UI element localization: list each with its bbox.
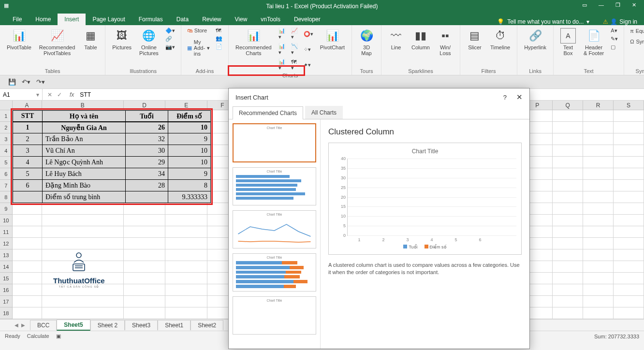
thumb-clustered-bar[interactable]: Chart Title xyxy=(233,167,316,205)
row-header[interactable]: 18 xyxy=(0,307,13,319)
spark-winloss-button[interactable]: ▪▪Win/ Loss xyxy=(436,27,455,57)
chart-preview: Clustered Column Chart Title 05101520253… xyxy=(321,119,529,349)
bar-chart-button[interactable]: 📊▾ xyxy=(278,43,286,56)
cancel-formula-icon[interactable]: ✕ xyxy=(47,91,52,98)
textbox-button[interactable]: AText Box xyxy=(558,27,578,57)
group-tours-label: Tours xyxy=(357,67,376,74)
pivottable-button[interactable]: 📊PivotTable xyxy=(5,27,33,51)
symbol-button[interactable]: Ω Symbol xyxy=(629,38,644,45)
redo-icon[interactable]: ↷▾ xyxy=(35,78,46,86)
spark-line-button[interactable]: 〰Line xyxy=(386,27,406,51)
online-pictures-button[interactable]: 🌐Online Pictures xyxy=(137,27,161,57)
save-icon[interactable]: 💾 xyxy=(7,78,17,86)
sheet-tab-sheet3[interactable]: Sheet3 xyxy=(125,320,158,330)
tab-review[interactable]: Review xyxy=(195,14,228,25)
group-links-label: Links xyxy=(522,67,548,74)
scatter-chart-button[interactable]: ⁘▾ xyxy=(303,43,314,56)
shapes-button[interactable]: 🔷▾ xyxy=(164,27,176,34)
tab-pagelayout[interactable]: Page Layout xyxy=(86,14,132,25)
sheet-tab-sheet2b[interactable]: Sheet2 xyxy=(190,320,223,330)
column-chart-button[interactable]: 📊▾ xyxy=(278,27,286,41)
pivotchart-button[interactable]: 📊PivotChart xyxy=(318,27,347,51)
tell-me-box[interactable]: 💡Tell me what you want to do...▾ xyxy=(490,18,596,25)
formula-input[interactable]: STT xyxy=(77,91,94,98)
minimize-icon[interactable]: — xyxy=(595,0,608,10)
pie-chart-button[interactable]: ⭕▾ xyxy=(303,27,314,41)
dlg-tab-all[interactable]: All Charts xyxy=(305,106,343,119)
tab-vntools[interactable]: vnTools xyxy=(254,14,287,25)
tab-developer[interactable]: Developer xyxy=(287,14,327,25)
sheet-tab-bcc[interactable]: BCC xyxy=(30,320,57,330)
slicer-button[interactable]: ▤Slicer xyxy=(465,27,484,51)
tab-insert[interactable]: Insert xyxy=(58,14,86,25)
row-header[interactable]: 17 xyxy=(0,296,13,307)
dlg-tab-recommended[interactable]: Recommended Charts xyxy=(233,106,303,119)
area-chart-button[interactable]: 📉▾ xyxy=(290,43,299,56)
tab-home[interactable]: Home xyxy=(29,14,58,25)
macro-icon[interactable]: ▣ xyxy=(56,333,61,339)
line-chart-button[interactable]: 📈▾ xyxy=(290,27,299,41)
bing-maps-button[interactable]: 🗺 xyxy=(215,27,223,34)
col-Q[interactable]: Q xyxy=(553,101,583,110)
spark-column-button[interactable]: ▮▮Column xyxy=(410,27,432,51)
rec-pivottables-button[interactable]: 📈Recommended PivotTables xyxy=(37,27,77,57)
enter-formula-icon[interactable]: ✓ xyxy=(57,91,62,98)
row-header[interactable]: 12 xyxy=(0,238,13,249)
sheet-nav-next[interactable]: ▶ xyxy=(21,322,25,328)
thumb-clustered-column[interactable]: Chart Title xyxy=(233,123,316,162)
row-header[interactable]: 13 xyxy=(0,249,13,261)
col-S[interactable]: S xyxy=(614,101,644,110)
group-illustrations: 🖼Pictures 🌐Online Pictures 🔷▾ 🔗 📷▾ Illus… xyxy=(105,25,181,75)
group-illus-label: Illustrations xyxy=(110,67,176,74)
ribbon-options-icon[interactable]: ▭ xyxy=(578,0,591,10)
timeline-button[interactable]: ⏱Timeline xyxy=(488,27,512,51)
sheet-tab-sheet1[interactable]: Sheet1 xyxy=(158,320,190,330)
sheet-tab-sheet5[interactable]: Sheet5 xyxy=(57,320,90,331)
row-header[interactable]: 15 xyxy=(0,273,13,284)
fx-icon[interactable]: fx xyxy=(67,91,77,98)
col-R[interactable]: R xyxy=(583,101,614,110)
signin-area[interactable]: ⚠👤Sign in xyxy=(596,18,644,25)
hyperlink-button[interactable]: 🔗Hyperlink xyxy=(522,27,548,51)
group-filters-label: Filters xyxy=(465,67,512,74)
tab-formulas[interactable]: Formulas xyxy=(132,14,170,25)
close-icon[interactable]: ✕ xyxy=(628,0,640,10)
row-header[interactable]: 14 xyxy=(0,261,13,273)
my-addins-button[interactable]: ▦My Add-ins ▾ xyxy=(186,39,211,57)
dialog-help-icon[interactable]: ? xyxy=(503,94,507,101)
object-button[interactable]: ▢ xyxy=(610,44,619,51)
3dmap-button[interactable]: 🌍3D Map xyxy=(357,27,376,57)
equation-button[interactable]: π Equation ▾ xyxy=(629,27,644,34)
smartart-button[interactable]: 🔗 xyxy=(164,35,176,43)
group-addins-label: Add-ins xyxy=(186,67,223,74)
sheet-nav-prev[interactable]: ◀ xyxy=(15,322,18,328)
group-text-label: Text xyxy=(558,67,619,74)
tab-file[interactable]: File xyxy=(6,14,29,25)
logo: ThuthuatOffice TẤT CẢ DÀN CÔNG SỐ xyxy=(53,250,105,288)
row-header[interactable]: 16 xyxy=(0,284,13,296)
visio-button[interactable]: 📄 xyxy=(215,43,223,50)
undo-icon[interactable]: ↶▾ xyxy=(20,78,32,86)
people-graph-button[interactable]: 👥 xyxy=(215,35,223,42)
sheet-tab-sheet2[interactable]: Sheet 2 xyxy=(90,320,125,330)
status-sum: Sum: 207732.3333 xyxy=(594,334,639,339)
sigline-button[interactable]: ✎▾ xyxy=(610,35,619,43)
tab-data[interactable]: Data xyxy=(170,14,195,25)
thumb-column-alt[interactable]: Chart Title xyxy=(233,296,316,335)
group-symbols-label: Symbols xyxy=(629,67,644,74)
store-button[interactable]: 🛍Store xyxy=(186,27,211,34)
tab-view[interactable]: View xyxy=(228,14,254,25)
rec-charts-button[interactable]: 📊Recommended Charts xyxy=(234,27,274,57)
maximize-icon[interactable]: ❐ xyxy=(612,0,624,10)
header-footer-button[interactable]: 📄Header & Footer xyxy=(582,27,606,57)
thumb-stacked-bar[interactable]: Chart Title xyxy=(233,253,316,292)
pictures-button[interactable]: 🖼Pictures xyxy=(110,27,133,51)
screenshot-button[interactable]: 📷▾ xyxy=(164,44,176,51)
dialog-close-icon[interactable]: ✕ xyxy=(516,93,523,101)
wordart-button[interactable]: A▾ xyxy=(610,27,619,34)
thumb-line[interactable]: Chart Title xyxy=(233,210,316,248)
row-header[interactable]: 10 xyxy=(0,215,13,226)
row-header[interactable]: 11 xyxy=(0,226,13,238)
name-box[interactable]: A1▾ xyxy=(0,89,43,100)
table-button[interactable]: ▦Table xyxy=(81,27,100,51)
